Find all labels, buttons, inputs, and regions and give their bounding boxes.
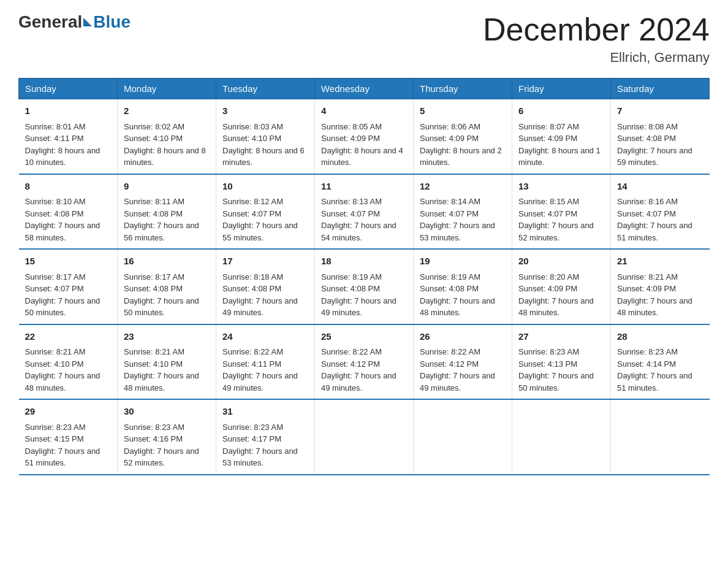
day-info: Sunrise: 8:08 AMSunset: 4:08 PMDaylight:… bbox=[617, 121, 703, 169]
day-info: Sunrise: 8:21 AMSunset: 4:10 PMDaylight:… bbox=[124, 346, 210, 394]
calendar-table: SundayMondayTuesdayWednesdayThursdayFrid… bbox=[18, 78, 710, 475]
day-info: Sunrise: 8:03 AMSunset: 4:10 PMDaylight:… bbox=[222, 121, 308, 169]
location-title: Ellrich, Germany bbox=[483, 50, 710, 66]
calendar-cell: 22Sunrise: 8:21 AMSunset: 4:10 PMDayligh… bbox=[19, 324, 118, 400]
day-info: Sunrise: 8:11 AMSunset: 4:08 PMDaylight:… bbox=[124, 196, 210, 243]
calendar-week-row: 1Sunrise: 8:01 AMSunset: 4:11 PMDaylight… bbox=[19, 99, 710, 174]
calendar-cell: 23Sunrise: 8:21 AMSunset: 4:10 PMDayligh… bbox=[118, 324, 216, 400]
calendar-cell: 26Sunrise: 8:22 AMSunset: 4:12 PMDayligh… bbox=[414, 324, 512, 400]
day-number: 13 bbox=[518, 180, 604, 194]
calendar-week-row: 8Sunrise: 8:10 AMSunset: 4:08 PMDaylight… bbox=[19, 174, 710, 250]
day-info: Sunrise: 8:10 AMSunset: 4:08 PMDaylight:… bbox=[25, 196, 112, 243]
day-info: Sunrise: 8:17 AMSunset: 4:07 PMDaylight:… bbox=[25, 271, 112, 319]
day-info: Sunrise: 8:13 AMSunset: 4:07 PMDaylight:… bbox=[321, 196, 407, 243]
calendar-cell: 21Sunrise: 8:21 AMSunset: 4:09 PMDayligh… bbox=[611, 249, 710, 324]
day-number: 9 bbox=[124, 180, 210, 194]
calendar-cell: 12Sunrise: 8:14 AMSunset: 4:07 PMDayligh… bbox=[414, 174, 512, 250]
day-number: 14 bbox=[617, 180, 703, 194]
calendar-cell bbox=[611, 399, 710, 475]
page-header: General Blue December 2024 Ellrich, Germ… bbox=[18, 12, 710, 66]
calendar-cell: 14Sunrise: 8:16 AMSunset: 4:07 PMDayligh… bbox=[611, 174, 710, 250]
day-number: 17 bbox=[222, 255, 308, 269]
weekday-header-wednesday: Wednesday bbox=[315, 79, 414, 99]
calendar-cell: 11Sunrise: 8:13 AMSunset: 4:07 PMDayligh… bbox=[315, 174, 414, 250]
day-info: Sunrise: 8:21 AMSunset: 4:10 PMDaylight:… bbox=[25, 346, 112, 394]
day-number: 12 bbox=[420, 180, 506, 194]
logo-general-text: General bbox=[18, 12, 82, 32]
calendar-cell: 28Sunrise: 8:23 AMSunset: 4:14 PMDayligh… bbox=[611, 324, 710, 400]
day-info: Sunrise: 8:19 AMSunset: 4:08 PMDaylight:… bbox=[321, 271, 407, 319]
day-info: Sunrise: 8:05 AMSunset: 4:09 PMDaylight:… bbox=[321, 121, 407, 169]
day-number: 5 bbox=[420, 104, 506, 118]
day-info: Sunrise: 8:22 AMSunset: 4:11 PMDaylight:… bbox=[222, 346, 308, 394]
day-number: 11 bbox=[321, 180, 407, 194]
day-number: 24 bbox=[222, 330, 308, 344]
calendar-cell: 25Sunrise: 8:22 AMSunset: 4:12 PMDayligh… bbox=[315, 324, 414, 400]
calendar-cell: 3Sunrise: 8:03 AMSunset: 4:10 PMDaylight… bbox=[216, 99, 315, 174]
calendar-cell: 27Sunrise: 8:23 AMSunset: 4:13 PMDayligh… bbox=[512, 324, 611, 400]
weekday-header-tuesday: Tuesday bbox=[216, 79, 315, 99]
weekday-header-sunday: Sunday bbox=[19, 79, 118, 99]
calendar-cell: 1Sunrise: 8:01 AMSunset: 4:11 PMDaylight… bbox=[19, 99, 118, 174]
calendar-cell: 9Sunrise: 8:11 AMSunset: 4:08 PMDaylight… bbox=[118, 174, 216, 250]
day-number: 18 bbox=[321, 255, 407, 269]
day-number: 21 bbox=[617, 255, 703, 269]
day-number: 26 bbox=[420, 330, 506, 344]
calendar-cell: 7Sunrise: 8:08 AMSunset: 4:08 PMDaylight… bbox=[611, 99, 710, 174]
calendar-cell: 18Sunrise: 8:19 AMSunset: 4:08 PMDayligh… bbox=[315, 249, 414, 324]
title-area: December 2024 Ellrich, Germany bbox=[483, 12, 710, 66]
weekday-header-thursday: Thursday bbox=[414, 79, 512, 99]
day-number: 6 bbox=[518, 104, 604, 118]
day-info: Sunrise: 8:07 AMSunset: 4:09 PMDaylight:… bbox=[518, 121, 604, 169]
day-info: Sunrise: 8:02 AMSunset: 4:10 PMDaylight:… bbox=[124, 121, 210, 169]
day-info: Sunrise: 8:01 AMSunset: 4:11 PMDaylight:… bbox=[25, 121, 112, 169]
day-number: 28 bbox=[617, 330, 703, 344]
day-number: 30 bbox=[124, 405, 210, 419]
calendar-week-row: 29Sunrise: 8:23 AMSunset: 4:15 PMDayligh… bbox=[19, 399, 710, 475]
calendar-cell: 15Sunrise: 8:17 AMSunset: 4:07 PMDayligh… bbox=[19, 249, 118, 324]
calendar-cell: 5Sunrise: 8:06 AMSunset: 4:09 PMDaylight… bbox=[414, 99, 512, 174]
day-info: Sunrise: 8:14 AMSunset: 4:07 PMDaylight:… bbox=[420, 196, 506, 243]
day-info: Sunrise: 8:21 AMSunset: 4:09 PMDaylight:… bbox=[617, 271, 703, 319]
calendar-cell: 19Sunrise: 8:19 AMSunset: 4:08 PMDayligh… bbox=[414, 249, 512, 324]
calendar-cell bbox=[315, 399, 414, 475]
logo-blue-text: Blue bbox=[93, 12, 131, 32]
day-info: Sunrise: 8:23 AMSunset: 4:16 PMDaylight:… bbox=[124, 421, 210, 469]
day-number: 2 bbox=[124, 104, 210, 118]
day-number: 3 bbox=[222, 104, 308, 118]
day-number: 23 bbox=[124, 330, 210, 344]
calendar-cell: 8Sunrise: 8:10 AMSunset: 4:08 PMDaylight… bbox=[19, 174, 118, 250]
calendar-cell bbox=[512, 399, 611, 475]
day-number: 1 bbox=[25, 104, 112, 118]
calendar-cell: 6Sunrise: 8:07 AMSunset: 4:09 PMDaylight… bbox=[512, 99, 611, 174]
day-number: 20 bbox=[518, 255, 604, 269]
day-number: 19 bbox=[420, 255, 506, 269]
calendar-week-row: 22Sunrise: 8:21 AMSunset: 4:10 PMDayligh… bbox=[19, 324, 710, 400]
day-number: 10 bbox=[222, 180, 308, 194]
day-info: Sunrise: 8:23 AMSunset: 4:14 PMDaylight:… bbox=[617, 346, 703, 394]
logo: General Blue bbox=[18, 12, 131, 32]
calendar-cell: 4Sunrise: 8:05 AMSunset: 4:09 PMDaylight… bbox=[315, 99, 414, 174]
day-info: Sunrise: 8:06 AMSunset: 4:09 PMDaylight:… bbox=[420, 121, 506, 169]
day-number: 16 bbox=[124, 255, 210, 269]
calendar-cell: 10Sunrise: 8:12 AMSunset: 4:07 PMDayligh… bbox=[216, 174, 315, 250]
day-number: 27 bbox=[518, 330, 604, 344]
calendar-cell: 16Sunrise: 8:17 AMSunset: 4:08 PMDayligh… bbox=[118, 249, 216, 324]
day-number: 22 bbox=[25, 330, 112, 344]
day-info: Sunrise: 8:20 AMSunset: 4:09 PMDaylight:… bbox=[518, 271, 604, 319]
month-title: December 2024 bbox=[483, 12, 710, 47]
calendar-cell: 30Sunrise: 8:23 AMSunset: 4:16 PMDayligh… bbox=[118, 399, 216, 475]
day-info: Sunrise: 8:23 AMSunset: 4:17 PMDaylight:… bbox=[222, 421, 308, 469]
calendar-cell bbox=[414, 399, 512, 475]
calendar-header-row: SundayMondayTuesdayWednesdayThursdayFrid… bbox=[19, 79, 710, 99]
day-info: Sunrise: 8:23 AMSunset: 4:13 PMDaylight:… bbox=[518, 346, 604, 394]
day-info: Sunrise: 8:22 AMSunset: 4:12 PMDaylight:… bbox=[321, 346, 407, 394]
day-info: Sunrise: 8:16 AMSunset: 4:07 PMDaylight:… bbox=[617, 196, 703, 243]
weekday-header-saturday: Saturday bbox=[611, 79, 710, 99]
calendar-cell: 17Sunrise: 8:18 AMSunset: 4:08 PMDayligh… bbox=[216, 249, 315, 324]
weekday-header-monday: Monday bbox=[118, 79, 216, 99]
day-number: 15 bbox=[25, 255, 112, 269]
day-number: 4 bbox=[321, 104, 407, 118]
day-number: 7 bbox=[617, 104, 703, 118]
day-number: 31 bbox=[222, 405, 308, 419]
